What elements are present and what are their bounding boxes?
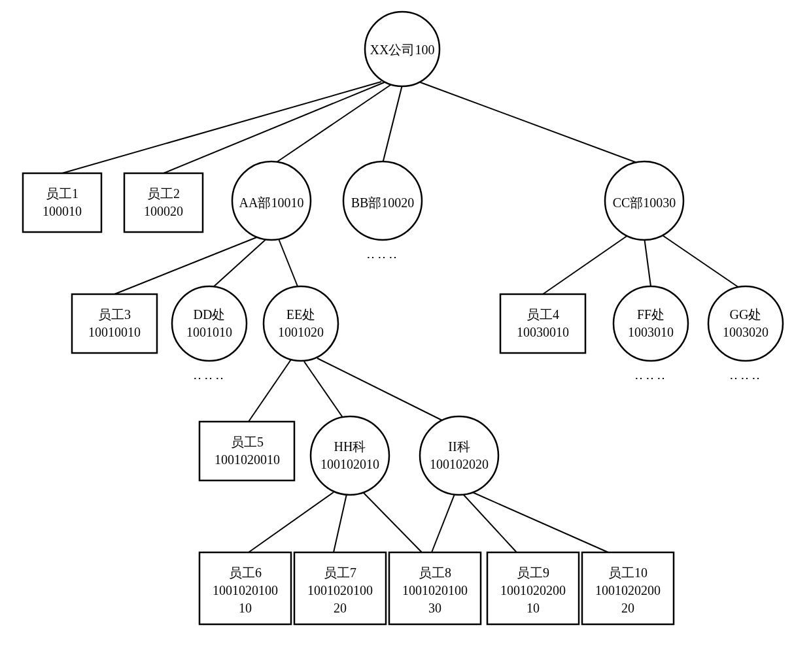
node-emp1-line1: 员工1 (46, 186, 78, 201)
edge-ee-emp5 (249, 360, 291, 422)
node-ii-line2: 100102020 (430, 457, 489, 471)
edge-root-bb (383, 85, 402, 163)
node-ee-line2: 1001020 (278, 325, 324, 339)
node-emp10-line3: 20 (621, 601, 634, 615)
svg-rect-9 (500, 294, 585, 353)
node-root: XX公司100 (365, 12, 440, 86)
edge-aa-ee (278, 237, 298, 286)
node-emp9-line3: 10 (526, 601, 540, 615)
svg-rect-6 (72, 294, 157, 353)
edge-ii-emp8-overlap (432, 494, 455, 552)
svg-point-7 (172, 286, 247, 361)
node-aa-label: AA部10010 (239, 195, 304, 210)
node-emp3-line2: 10010010 (88, 325, 141, 339)
node-emp5-line2: 1001020010 (215, 452, 280, 467)
node-emp2-line2: 100020 (144, 204, 183, 218)
edge-root-cc (419, 82, 644, 165)
edge-aa-emp3 (114, 235, 262, 294)
node-ee: EE处 1001020 (264, 286, 338, 361)
edge-cc-gg (661, 234, 739, 288)
node-gg-line2: 1003020 (723, 325, 768, 339)
edge-aa-dd (213, 237, 268, 288)
node-bb-label: BB部10020 (351, 195, 415, 210)
edge-ee-ii (317, 358, 445, 422)
node-ii: II科 100102020 (420, 416, 498, 495)
node-hh-line2: 100102010 (320, 457, 379, 471)
node-hh-line1: HH科 (334, 439, 366, 454)
node-emp10: 员工10 1001020200 20 (582, 552, 674, 624)
node-dd: DD处 1001010 (172, 286, 247, 361)
node-emp1: 员工1 100010 (23, 173, 101, 232)
svg-rect-1 (23, 173, 101, 232)
node-cc: CC部10030 (605, 161, 683, 240)
node-emp4: 员工4 10030010 (500, 294, 585, 353)
ellipsis-dd: ‥‥‥ (193, 367, 226, 382)
node-emp9-line2: 1001020200 (500, 583, 566, 597)
edge-ii-emp9 (463, 494, 517, 552)
node-emp3-line1: 员工3 (98, 307, 131, 322)
edge-hh-emp6 (249, 492, 334, 552)
edge-ee-hh (304, 361, 343, 418)
node-emp5: 员工5 1001020010 (199, 422, 294, 480)
node-emp8-line3: 30 (428, 601, 441, 615)
node-emp6-line3: 10 (239, 601, 252, 615)
node-emp10-line2: 1001020200 (595, 583, 661, 597)
node-ff-line1: FF处 (637, 307, 664, 322)
svg-rect-12 (199, 422, 294, 480)
node-emp8-line1: 员工8 (419, 565, 451, 580)
node-emp7-line3: 20 (334, 601, 347, 615)
node-emp6-line1: 员工6 (229, 565, 262, 580)
edge-hh-emp8 (363, 492, 422, 552)
node-emp6: 员工6 1001020100 10 (199, 552, 291, 624)
svg-rect-2 (124, 173, 203, 232)
node-emp5-line1: 员工5 (231, 435, 264, 449)
node-ee-line1: EE处 (286, 307, 315, 322)
node-emp2: 员工2 100020 (124, 173, 203, 232)
node-ff-line2: 1003010 (628, 325, 674, 339)
node-emp8-line2: 1001020100 (402, 583, 468, 597)
node-emp7-line1: 员工7 (324, 565, 356, 580)
node-root-label: XX公司100 (370, 42, 435, 57)
node-emp7: 员工7 1001020100 20 (294, 552, 386, 624)
node-emp6-line2: 1001020100 (213, 583, 278, 597)
node-emp2-line1: 员工2 (147, 186, 180, 201)
node-hh: HH科 100102010 (311, 416, 389, 495)
node-cc-label: CC部10030 (613, 195, 676, 210)
node-ff: FF处 1003010 (613, 286, 688, 361)
edge-hh-emp7 (334, 494, 347, 552)
node-emp9-line1: 员工9 (517, 565, 549, 580)
node-bb: BB部10020 (343, 161, 422, 240)
edge-ii-emp10 (471, 492, 608, 552)
svg-point-14 (420, 416, 498, 495)
node-emp4-line2: 10030010 (517, 325, 569, 339)
svg-point-8 (264, 286, 338, 361)
edge-cc-ff (644, 237, 651, 286)
org-tree-diagram: XX公司100 员工1 100010 员工2 100020 AA部10010 B… (0, 0, 811, 672)
node-aa: AA部10010 (232, 161, 311, 240)
svg-point-10 (613, 286, 688, 361)
edge-root-emp2 (164, 82, 386, 173)
node-emp8: 员工8 1001020100 30 (389, 552, 481, 624)
node-emp7-line2: 1001020100 (307, 583, 373, 597)
edge-root-emp1 (62, 82, 381, 173)
node-gg: GG处 1003020 (708, 286, 783, 361)
ellipsis-gg: ‥‥‥ (729, 367, 763, 382)
svg-point-11 (708, 286, 783, 361)
node-dd-line2: 1001010 (186, 325, 232, 339)
node-emp9: 员工9 1001020200 10 (487, 552, 579, 624)
node-emp3: 员工3 10010010 (72, 294, 157, 353)
node-emp10-line1: 员工10 (608, 565, 647, 580)
ellipsis-ff: ‥‥‥ (634, 367, 668, 382)
svg-point-13 (311, 416, 389, 495)
node-dd-line1: DD处 (194, 307, 226, 322)
node-emp4-line1: 员工4 (526, 307, 559, 322)
node-ii-line1: II科 (448, 439, 470, 454)
node-gg-line1: GG处 (730, 307, 762, 322)
node-emp1-line2: 100010 (43, 204, 82, 218)
ellipsis-bb: ‥‥‥ (366, 246, 400, 261)
edge-cc-emp4 (543, 235, 628, 294)
